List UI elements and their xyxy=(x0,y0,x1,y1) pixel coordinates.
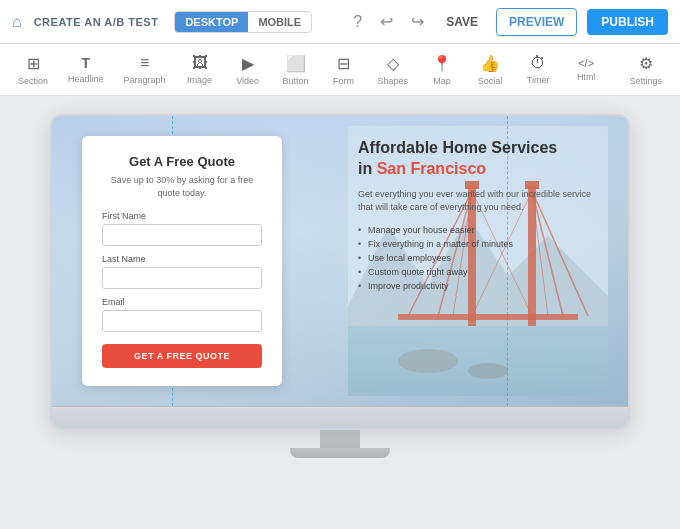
preview-button[interactable]: PREVIEW xyxy=(496,8,577,36)
nav-right-actions: ? ↩ ↪ SAVE PREVIEW PUBLISH xyxy=(349,8,668,36)
toolbar-html[interactable]: </> Html xyxy=(562,51,610,88)
monitor-wrapper: Get A Free Quote Save up to 30% by askin… xyxy=(50,114,630,458)
bullet-item-1: Manage your house easier xyxy=(358,225,598,235)
first-name-label: First Name xyxy=(102,211,262,221)
toolbar-settings[interactable]: ⚙ Settings xyxy=(619,48,672,92)
paragraph-icon: ≡ xyxy=(140,54,149,72)
bullet-item-4: Custom quote right away xyxy=(358,267,598,277)
shapes-icon: ◇ xyxy=(387,54,399,73)
canvas-area: Get A Free Quote Save up to 30% by askin… xyxy=(0,96,680,529)
publish-button[interactable]: PUBLISH xyxy=(587,9,668,35)
map-icon: 📍 xyxy=(432,54,452,73)
ab-test-label[interactable]: CREATE AN A/B TEST xyxy=(34,16,159,28)
top-nav: ⌂ CREATE AN A/B TEST DESKTOP MOBILE ? ↩ … xyxy=(0,0,680,44)
toolbar-image[interactable]: 🖼 Image xyxy=(176,48,224,91)
monitor-frame: Get A Free Quote Save up to 30% by askin… xyxy=(50,114,630,430)
toolbar: ⊞ Section T Headline ≡ Paragraph 🖼 Image… xyxy=(0,44,680,96)
toolbar-map[interactable]: 📍 Map xyxy=(418,48,466,92)
headline-line1: Affordable Home Services xyxy=(358,139,557,156)
image-icon: 🖼 xyxy=(192,54,208,72)
desktop-view-btn[interactable]: DESKTOP xyxy=(175,12,248,32)
html-icon: </> xyxy=(578,57,594,69)
email-input[interactable] xyxy=(102,310,262,332)
button-icon: ⬜ xyxy=(286,54,306,73)
undo-btn[interactable]: ↩ xyxy=(376,8,397,35)
redo-btn[interactable]: ↪ xyxy=(407,8,428,35)
form-card-subtitle: Save up to 30% by asking for a free quot… xyxy=(102,174,262,199)
toolbar-timer[interactable]: ⏱ Timer xyxy=(514,48,562,91)
toolbar-headline[interactable]: T Headline xyxy=(58,49,114,90)
video-icon: ▶ xyxy=(242,54,254,73)
last-name-label: Last Name xyxy=(102,254,262,264)
headline-accent: San Francisco xyxy=(377,160,486,177)
toolbar-form[interactable]: ⊟ Form xyxy=(320,48,368,92)
form-card-title: Get A Free Quote xyxy=(102,154,262,169)
settings-icon: ⚙ xyxy=(639,54,653,73)
email-label: Email xyxy=(102,297,262,307)
headline-icon: T xyxy=(82,55,91,71)
form-icon: ⊟ xyxy=(337,54,350,73)
mobile-view-btn[interactable]: MOBILE xyxy=(248,12,311,32)
bullet-item-5: Improve productivity xyxy=(358,281,598,291)
page-content: Get A Free Quote Save up to 30% by askin… xyxy=(52,116,628,406)
view-toggle: DESKTOP MOBILE xyxy=(174,11,312,33)
toolbar-section[interactable]: ⊞ Section xyxy=(8,48,58,92)
get-quote-button[interactable]: GET A FREE QUOTE xyxy=(102,344,262,368)
form-card: Get A Free Quote Save up to 30% by askin… xyxy=(82,136,282,386)
right-headline: Affordable Home Services in San Francisc… xyxy=(358,138,598,180)
right-subtext: Get everything you ever wanted with our … xyxy=(358,188,598,215)
stand-base xyxy=(290,448,390,458)
social-icon: 👍 xyxy=(480,54,500,73)
monitor-bezel-bottom xyxy=(52,406,628,428)
stand-neck xyxy=(320,430,360,448)
right-content: Affordable Home Services in San Francisc… xyxy=(358,138,598,295)
monitor-stand xyxy=(50,430,630,458)
toolbar-button[interactable]: ⬜ Button xyxy=(272,48,320,92)
toolbar-paragraph[interactable]: ≡ Paragraph xyxy=(114,48,176,91)
section-icon: ⊞ xyxy=(27,54,40,73)
bullet-item-3: Use local employees xyxy=(358,253,598,263)
toolbar-social[interactable]: 👍 Social xyxy=(466,48,514,92)
toolbar-shapes[interactable]: ◇ Shapes xyxy=(368,48,419,92)
save-button[interactable]: SAVE xyxy=(438,9,486,35)
first-name-input[interactable] xyxy=(102,224,262,246)
timer-icon: ⏱ xyxy=(530,54,546,72)
toolbar-video[interactable]: ▶ Video xyxy=(224,48,272,92)
last-name-input[interactable] xyxy=(102,267,262,289)
headline-line2-plain: in xyxy=(358,160,377,177)
home-icon[interactable]: ⌂ xyxy=(12,13,22,31)
bullet-list: Manage your house easier Fix everything … xyxy=(358,225,598,291)
help-icon-btn[interactable]: ? xyxy=(349,9,366,35)
bullet-item-2: Fix everything in a matter of minutes xyxy=(358,239,598,249)
